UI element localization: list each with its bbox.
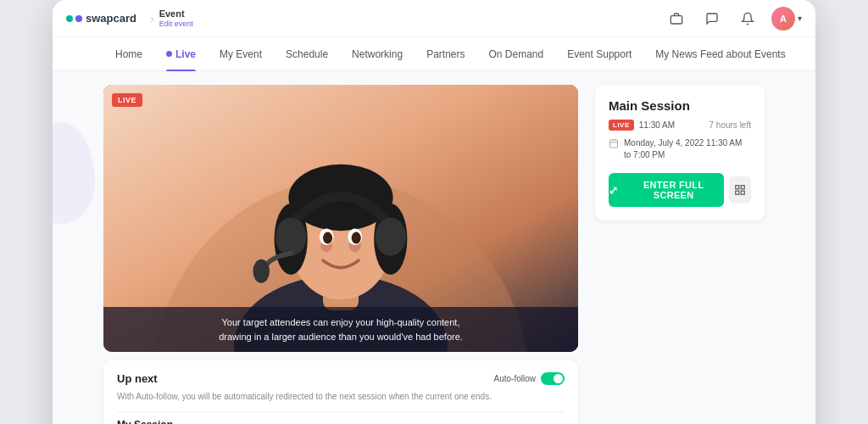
auto-follow-group: Auto-follow	[494, 372, 565, 385]
blob-decoration	[53, 122, 95, 224]
calendar-icon	[609, 138, 619, 150]
bell-icon[interactable]	[736, 7, 760, 31]
session-info: My Session Mon, Jul 4, 2022 11:50 AM	[117, 419, 218, 424]
session-badges: LIVE 11:30 AM 7 hours left	[609, 120, 751, 131]
auto-follow-toggle[interactable]	[541, 372, 565, 385]
session-date-text: Monday, July 4, 2022 11:30 AM to 7:00 PM	[624, 137, 751, 161]
caption-line1: Your target attendees can enjoy your hig…	[222, 317, 460, 327]
svg-rect-21	[610, 140, 618, 148]
breadcrumb-title: Event	[159, 8, 193, 20]
breadcrumb: Event Edit event	[159, 8, 193, 29]
svg-point-9	[275, 218, 306, 256]
up-next-section: Up next Auto-follow With Auto-follow, yo…	[103, 360, 578, 424]
logo-circle-2	[75, 15, 82, 22]
up-next-header: Up next Auto-follow	[117, 372, 565, 385]
svg-point-15	[323, 232, 332, 244]
session-hours-left: 7 hours left	[709, 120, 751, 130]
content-area: LIVE Your target attendees can enjoy you…	[53, 71, 815, 424]
svg-point-10	[376, 218, 406, 256]
session-card-title: Main Session	[609, 98, 751, 113]
session-card: Main Session LIVE 11:30 AM 7 hours left …	[595, 85, 765, 220]
nav-my-event[interactable]: My Event	[208, 37, 274, 71]
session-time-badge: 11:30 AM	[639, 120, 675, 130]
session-live-badge: LIVE	[609, 120, 634, 131]
top-bar: swapcard › Event Edit event A ▾	[53, 0, 815, 37]
logo-circle-1	[66, 15, 73, 22]
fullscreen-row: ⤢ ENTER FULL SCREEN	[609, 173, 751, 207]
breadcrumb-separator: ›	[150, 12, 154, 25]
svg-rect-0	[670, 15, 682, 23]
logo-text: swapcard	[86, 12, 136, 25]
caption-line2: drawing in a larger audience than you wo…	[219, 332, 463, 342]
nav-event-support[interactable]: Event Support	[555, 37, 643, 71]
video-section: LIVE Your target attendees can enjoy you…	[103, 85, 578, 424]
up-next-description: With Auto-follow, you will be automatica…	[117, 390, 565, 403]
video-caption: Your target attendees can enjoy your hig…	[103, 307, 578, 352]
nav-live[interactable]: Live	[154, 37, 208, 71]
nav-networking[interactable]: Networking	[340, 37, 415, 71]
briefcase-icon[interactable]	[665, 7, 688, 31]
swapcard-logo: swapcard	[66, 12, 136, 25]
svg-rect-25	[736, 186, 739, 189]
svg-point-17	[253, 259, 270, 283]
avatar-chevron-icon: ▾	[798, 14, 802, 23]
breadcrumb-sub[interactable]: Edit event	[159, 20, 193, 29]
nav-partners[interactable]: Partners	[415, 37, 476, 71]
enter-fullscreen-button[interactable]: ⤢ ENTER FULL SCREEN	[609, 173, 724, 207]
svg-point-16	[352, 232, 361, 244]
fullscreen-button-label: ENTER FULL SCREEN	[623, 180, 724, 200]
auto-follow-label: Auto-follow	[494, 374, 536, 383]
top-icons: A ▾	[665, 7, 802, 31]
fullscreen-side-button[interactable]	[729, 176, 751, 204]
live-dot	[166, 51, 172, 57]
chat-icon[interactable]	[700, 7, 724, 31]
svg-rect-26	[741, 186, 744, 189]
logo-icon	[66, 15, 82, 22]
browser-window: swapcard › Event Edit event A ▾ Home	[53, 0, 815, 424]
svg-rect-27	[741, 191, 744, 194]
session-date-row: Monday, July 4, 2022 11:30 AM to 7:00 PM	[609, 137, 751, 161]
expand-icon: ⤢	[609, 184, 618, 197]
avatar: A	[771, 7, 795, 31]
nav-schedule[interactable]: Schedule	[274, 37, 340, 71]
svg-rect-28	[736, 191, 739, 194]
session-name: My Session	[117, 419, 218, 424]
video-container: LIVE Your target attendees can enjoy you…	[103, 85, 578, 352]
up-next-session-row[interactable]: My Session Mon, Jul 4, 2022 11:50 AM ›	[117, 411, 565, 424]
right-panel: Main Session LIVE 11:30 AM 7 hours left …	[595, 85, 765, 424]
up-next-title: Up next	[117, 372, 158, 385]
nav-news-feed[interactable]: My News Feed about Events	[643, 37, 797, 71]
avatar-dropdown[interactable]: A ▾	[771, 7, 802, 31]
live-badge: LIVE	[112, 93, 142, 107]
nav-on-demand[interactable]: On Demand	[476, 37, 555, 71]
nav-home[interactable]: Home	[103, 37, 154, 71]
nav-bar: Home Live My Event Schedule Networking P…	[53, 37, 815, 71]
